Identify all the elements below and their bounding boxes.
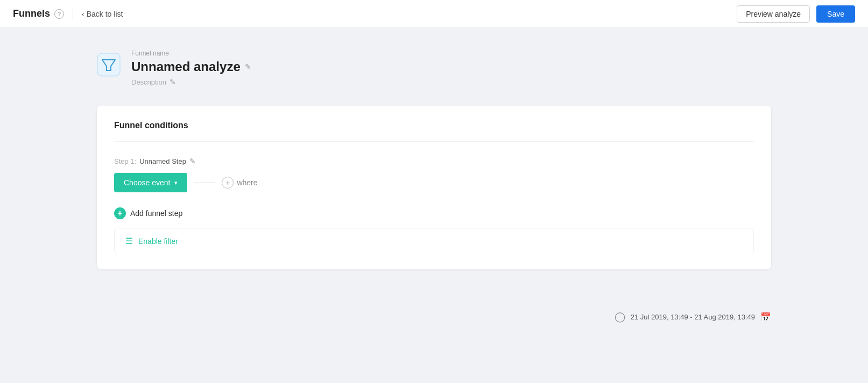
- date-range-text: 21 Jul 2019, 13:49 - 21 Aug 2019, 13:49: [631, 313, 755, 321]
- preview-analyze-button[interactable]: Preview analyze: [737, 5, 810, 23]
- header-right: Preview analyze Save: [737, 5, 855, 23]
- funnel-name-block: Funnel name Unnamed analyze ✎ Descriptio…: [131, 50, 251, 86]
- add-funnel-step-row[interactable]: + Add funnel step: [114, 207, 754, 219]
- svg-rect-0: [97, 53, 120, 76]
- chevron-down-icon: ▾: [174, 179, 178, 186]
- help-icon[interactable]: ?: [54, 9, 64, 19]
- where-plus-icon: +: [222, 177, 234, 189]
- filter-icon: ☰: [125, 236, 133, 246]
- app-title: Funnels ?: [13, 8, 64, 19]
- step-row: Choose event ▾ + where: [114, 173, 754, 192]
- calendar-icon[interactable]: 📅: [760, 312, 771, 322]
- main-content: Funnel name Unnamed analyze ✎ Descriptio…: [0, 28, 868, 291]
- add-step-label: Add funnel step: [130, 209, 182, 218]
- save-button[interactable]: Save: [816, 5, 855, 23]
- step-label: Step 1: Unnamed Step ✎: [114, 157, 754, 165]
- funnel-description-label: Description: [131, 78, 166, 86]
- funnel-name-row: Unnamed analyze ✎: [131, 59, 251, 74]
- funnel-name-text: Unnamed analyze: [131, 59, 241, 74]
- chevron-left-icon: ‹: [82, 10, 84, 18]
- header: Funnels ? ‹ Back to list Preview analyze…: [0, 0, 868, 28]
- where-button[interactable]: + where: [222, 177, 257, 189]
- funnel-desc-row: Description ✎: [131, 78, 251, 86]
- funnel-icon: [97, 53, 121, 79]
- enable-filter-box[interactable]: ☰ Enable filter: [114, 228, 754, 254]
- title-text: Funnels: [13, 8, 50, 19]
- header-divider: [73, 8, 73, 20]
- edit-name-icon[interactable]: ✎: [245, 62, 251, 71]
- choose-event-button[interactable]: Choose event ▾: [114, 173, 187, 192]
- edit-description-icon[interactable]: ✎: [170, 78, 176, 86]
- conditions-card: Funnel conditions Step 1: Unnamed Step ✎…: [97, 106, 771, 269]
- connector-line: [194, 183, 215, 183]
- funnel-name-label: Funnel name: [131, 50, 251, 57]
- back-to-list-link[interactable]: ‹ Back to list: [82, 10, 123, 18]
- add-step-icon: +: [114, 207, 126, 219]
- back-label: Back to list: [87, 10, 123, 18]
- header-left: Funnels ? ‹ Back to list: [13, 8, 123, 20]
- step-prefix: Step 1:: [114, 157, 136, 165]
- edit-step-icon[interactable]: ✎: [189, 157, 196, 165]
- step-name: Unnamed Step: [139, 157, 186, 165]
- footer-bar: ◯ 21 Jul 2019, 13:49 - 21 Aug 2019, 13:4…: [0, 302, 868, 331]
- where-label: where: [237, 178, 257, 187]
- clock-icon: ◯: [615, 311, 625, 323]
- conditions-title: Funnel conditions: [114, 121, 754, 130]
- funnel-header: Funnel name Unnamed analyze ✎ Descriptio…: [97, 50, 771, 86]
- choose-event-label: Choose event: [124, 178, 170, 187]
- enable-filter-label: Enable filter: [138, 237, 178, 246]
- conditions-divider: [114, 141, 754, 142]
